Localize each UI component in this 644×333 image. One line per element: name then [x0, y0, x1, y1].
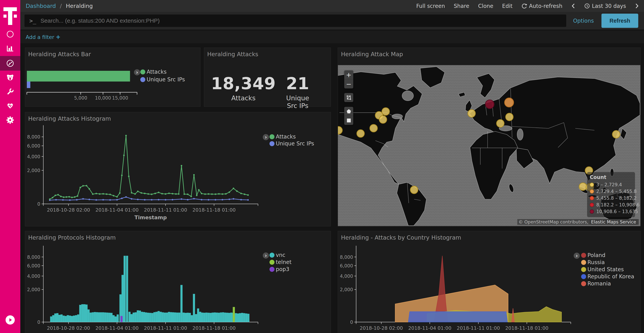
line-Attacks[interactable] [50, 136, 248, 199]
bar-vnc[interactable] [164, 313, 166, 322]
bar-vnc[interactable] [81, 304, 84, 322]
bar-vnc[interactable] [220, 312, 222, 322]
bar-vnc[interactable] [135, 312, 137, 322]
bar-Attacks[interactable] [27, 71, 130, 82]
bar-vnc[interactable] [86, 305, 88, 322]
bar-vnc[interactable] [102, 312, 104, 322]
bar-vnc[interactable] [128, 312, 130, 322]
bar-vnc[interactable] [69, 315, 71, 322]
bar-vnc[interactable] [208, 313, 210, 322]
bar-vnc[interactable] [75, 315, 77, 322]
bar-vnc[interactable] [176, 313, 178, 322]
legend-item[interactable]: Unique Src IPs [140, 76, 185, 83]
bar-vnc[interactable] [94, 312, 96, 322]
refresh-button[interactable]: Refresh [602, 14, 638, 28]
bar-vnc[interactable] [92, 312, 94, 322]
zoom-out-button[interactable]: − [344, 79, 353, 88]
bar-vnc[interactable] [108, 313, 110, 322]
bar-vnc[interactable] [247, 314, 249, 322]
legend-item[interactable]: Russia [581, 259, 605, 265]
bar-vnc[interactable] [235, 313, 237, 322]
legend-item[interactable]: vnc [270, 252, 286, 258]
line-Unique Src IPs[interactable] [50, 197, 248, 200]
attack-bubble[interactable] [504, 98, 514, 107]
legend-item[interactable]: Attacks [270, 134, 296, 140]
bar-vnc[interactable] [117, 314, 119, 322]
bar-vnc[interactable] [114, 316, 117, 322]
attack-bubble[interactable] [357, 130, 364, 137]
bar-vnc[interactable] [166, 313, 168, 322]
bar-vnc[interactable] [104, 312, 106, 322]
bar-vnc[interactable] [133, 313, 135, 322]
area-Republic of Korea[interactable] [408, 312, 507, 322]
legend-item[interactable]: telnet [270, 259, 292, 265]
attack-bubble[interactable] [485, 100, 494, 109]
sidebar-expand-button[interactable] [6, 315, 15, 324]
rectangle-icon[interactable] [344, 116, 353, 125]
bar-vnc[interactable] [139, 310, 141, 322]
bar-vnc[interactable] [187, 313, 189, 322]
legend-item[interactable]: Attacks [140, 69, 166, 75]
attack-bubble[interactable] [410, 186, 418, 194]
sidebar-item-devtools[interactable] [0, 84, 20, 99]
bar-vnc[interactable] [54, 313, 56, 322]
bar-vnc[interactable] [84, 304, 86, 322]
bar-vnc[interactable] [153, 312, 156, 322]
attacks-bar-chart[interactable]: 5,00010,00015,000›AttacksUnique Src IPs [25, 48, 200, 107]
clone-button[interactable]: Clone [478, 3, 493, 9]
attack-bubble[interactable] [506, 113, 513, 121]
bar-vnc[interactable] [218, 313, 220, 322]
bar-vnc[interactable] [141, 312, 143, 322]
bar-vnc[interactable] [124, 256, 126, 322]
bar-vnc[interactable] [63, 315, 65, 322]
crop-icon[interactable] [344, 93, 353, 102]
bar-vnc[interactable] [158, 311, 160, 322]
bar-vnc[interactable] [197, 308, 199, 322]
legend-item[interactable]: United States [581, 266, 624, 272]
bar-vnc[interactable] [206, 313, 208, 322]
bar-vnc[interactable] [64, 316, 67, 322]
sidebar-item-discover[interactable] [0, 27, 20, 42]
edit-button[interactable]: Edit [502, 3, 512, 9]
bar-vnc[interactable] [71, 316, 73, 322]
attacks-histogram-chart[interactable]: 02,0004,0006,0008,0002018-10-28 02:00201… [25, 112, 330, 226]
bar-vnc[interactable] [241, 313, 243, 322]
bar-vnc[interactable] [126, 256, 128, 322]
attack-bubble[interactable] [379, 116, 387, 123]
protocols-histogram-chart[interactable]: 02,0004,0006,0008,0002018-10-28 02:00201… [25, 231, 330, 333]
bar-vnc[interactable] [239, 313, 241, 322]
bar-vnc[interactable] [243, 313, 245, 322]
legend-item[interactable]: Romania [581, 280, 611, 287]
bar-vnc[interactable] [168, 312, 170, 322]
legend-collapse-button[interactable]: › [574, 253, 580, 259]
time-picker-button[interactable]: Last 30 days [584, 3, 626, 9]
bar-vnc[interactable] [130, 314, 133, 322]
time-forward-button[interactable] [635, 3, 639, 9]
bar-vnc[interactable] [147, 313, 149, 322]
bar-vnc[interactable] [193, 294, 195, 322]
bar-telnet[interactable] [233, 307, 235, 322]
bar-vnc[interactable] [170, 312, 172, 322]
bar-vnc[interactable] [112, 315, 114, 322]
attack-bubble[interactable] [496, 120, 504, 127]
bar-Unique Src IPs[interactable] [27, 82, 30, 88]
bar-vnc[interactable] [110, 313, 112, 322]
bar-vnc[interactable] [100, 312, 102, 322]
legend-item[interactable]: Poland [581, 252, 605, 258]
bar-vnc[interactable] [237, 313, 239, 322]
bar-vnc[interactable] [77, 314, 79, 322]
sidebar-item-management[interactable] [0, 113, 20, 127]
share-button[interactable]: Share [454, 3, 470, 9]
bar-vnc[interactable] [228, 313, 230, 322]
bar-vnc[interactable] [96, 312, 98, 322]
bar-vnc[interactable] [222, 312, 224, 322]
add-filter-link[interactable]: Add a filter+ [26, 34, 60, 40]
bar-vnc[interactable] [90, 313, 92, 322]
bar-vnc[interactable] [58, 315, 60, 322]
bar-vnc[interactable] [79, 305, 81, 322]
bar-vnc[interactable] [73, 315, 75, 322]
bar-vnc[interactable] [224, 313, 226, 322]
auto-refresh-button[interactable]: Auto-refresh [521, 3, 562, 9]
breadcrumb-dashboard-link[interactable]: Dashboard [26, 3, 56, 9]
bar-vnc[interactable] [151, 313, 153, 322]
